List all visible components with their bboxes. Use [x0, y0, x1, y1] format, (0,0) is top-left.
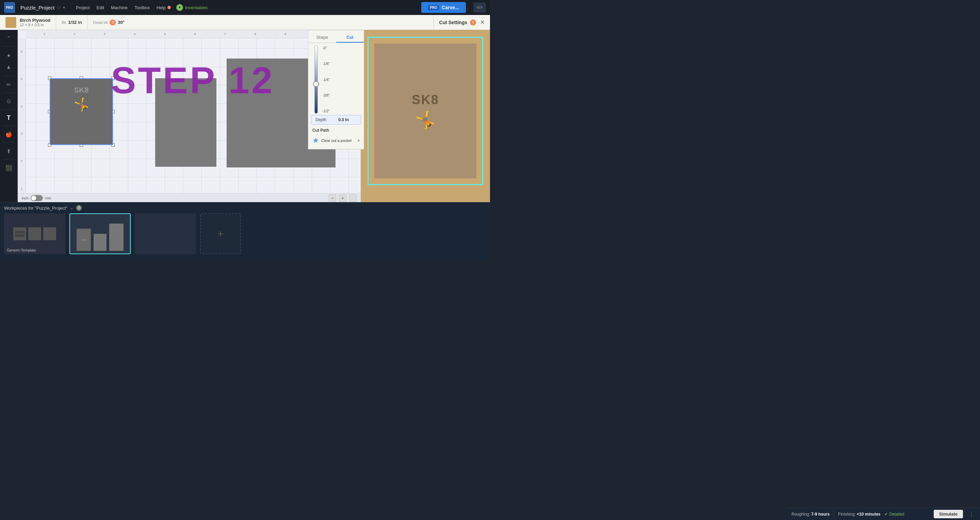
nav-project[interactable]: Project [76, 5, 89, 10]
cut-path-value: Clear out a pocket [321, 138, 352, 143]
preview-sk8-label: SK8 [412, 92, 439, 107]
material-swatch [5, 17, 16, 28]
depth-slider-track[interactable]: − [312, 46, 320, 114]
wp-thumb-1-label: Generic Template [7, 248, 36, 252]
material-section[interactable]: Birch Plywood 12 × 8 × 0.5 in [0, 15, 56, 30]
inventables-link[interactable]: ✦ Inventables [176, 4, 208, 11]
preview-content: SK8 🤸 ···· ···· ······ ···· ·· ······ ··… [361, 30, 490, 202]
import-icon[interactable]: ⬆ [3, 146, 15, 157]
depth-area: − -0" -1/8" -1/4" -3/8" -1/2" [312, 46, 360, 114]
wp-thumb-2-content: SK8 [70, 214, 130, 254]
sk8-label-canvas: SK8 [50, 79, 112, 95]
toolbar-separator-4 [3, 109, 15, 110]
toolbar-separator-6 [3, 143, 15, 143]
cut-path-row: Cut Path [308, 126, 364, 135]
help-dot-icon [167, 6, 171, 9]
zoom-controls: − + ⌂ [329, 194, 356, 202]
ruler-tick-3: 3 [89, 32, 120, 36]
cut-settings-label: Cut Settings [439, 20, 467, 25]
workpiece-2[interactable] [155, 78, 216, 167]
detail-bit-label: Detail bit [93, 21, 108, 24]
sk8-workpiece[interactable]: SK8 🤸 [50, 78, 113, 145]
workpieces-header: Workpieces for "Puzzle_Project" ⌄ ? [4, 205, 486, 211]
bit-section: Bit 1/32 in [56, 15, 88, 30]
toolbar-separator [3, 46, 15, 47]
ruler-left: 6 5 4 3 2 1 [18, 38, 26, 202]
add-workpiece-icon: + [218, 228, 224, 240]
material-name: Birch Plywood [20, 18, 50, 23]
zoom-home-button[interactable]: ⌂ [349, 194, 356, 202]
mm-label: mm [45, 196, 51, 200]
pen-tool-icon[interactable]: ✏ [3, 79, 15, 90]
depth-labels: -0" -1/8" -1/4" -3/8" -1/2" [323, 46, 330, 114]
cut-settings-info-icon[interactable]: ! [470, 19, 476, 25]
toolbar-separator-7 [3, 159, 15, 160]
main-nav: Project Edit Machine Toolbox Help [76, 5, 171, 10]
xml-button[interactable]: </> [473, 2, 486, 13]
depth-slider-thumb[interactable]: − [313, 81, 319, 87]
workpiece-thumb-1[interactable]: Generic Template [4, 213, 65, 254]
add-workpiece-button[interactable]: + [200, 213, 241, 254]
text-tool-icon[interactable]: T [3, 112, 15, 123]
cut-settings-section[interactable]: Cut Settings ! ✕ [434, 15, 490, 30]
detail-bit-info-icon[interactable]: ? [110, 19, 116, 25]
panel-tabs: Shape Cut [308, 33, 364, 43]
detail-bit-value: 30° [118, 20, 124, 25]
ruler-label-1: 1 [21, 187, 22, 190]
workpieces-thumbnails: Generic Template SK8 + [4, 213, 486, 254]
workpieces-help-icon[interactable]: ? [76, 205, 82, 211]
cut-path-value-row[interactable]: ★ Clear out a pocket ▾ [308, 135, 364, 146]
left-toolbar: ⌃ ● ▲ ✏ ⊙ T 🍎 ⬆ ⬛ [0, 30, 18, 202]
ruler-tick-2: 2 [60, 32, 90, 36]
workpieces-title: Workpieces for "Puzzle_Project" [4, 205, 67, 211]
star-icon[interactable]: ☆ [56, 5, 61, 10]
workpieces-expand-icon[interactable]: ⌄ [70, 205, 73, 210]
toolbar-separator-3 [3, 92, 15, 93]
tool-collapse-icon[interactable]: ⌃ [3, 33, 15, 44]
nav-toolbox[interactable]: Toolbox [134, 5, 150, 10]
cut-path-star-icon: ★ [312, 136, 319, 145]
circle-tool-icon[interactable]: ● [3, 50, 15, 61]
depth-label-4: -1/2" [323, 109, 330, 113]
preview-inner: SK8 🤸 [374, 44, 476, 178]
tab-shape[interactable]: Shape [308, 33, 336, 43]
cut-settings-close-icon[interactable]: ✕ [480, 19, 485, 25]
target-tool-icon[interactable]: ⊙ [3, 95, 15, 107]
apple-icon[interactable]: 🍎 [3, 129, 15, 140]
zoom-in-button[interactable]: + [339, 194, 347, 202]
wp2-sk8-block: SK8 [76, 229, 91, 251]
material-dims: 12 × 8 × 0.5 in [20, 23, 50, 27]
depth-label-0: -0" [323, 46, 330, 50]
depth-input-label: Depth [315, 118, 326, 122]
main-area: ⌃ ● ▲ ✏ ⊙ T 🍎 ⬆ ⬛ 1 2 3 4 5 6 7 [0, 30, 490, 202]
canvas-bottom-bar: inch mm − + ⌂ [18, 193, 361, 202]
zoom-out-button[interactable]: − [329, 194, 336, 202]
ruler-label-3: 3 [21, 132, 22, 135]
nav-help[interactable]: Help [156, 5, 171, 10]
nav-machine[interactable]: Machine [111, 5, 127, 10]
ruler-label-2: 2 [21, 159, 22, 163]
wp1-block-c [43, 227, 56, 240]
wp1-block-a [13, 227, 26, 240]
workpiece-thumb-2[interactable]: SK8 [69, 213, 130, 254]
pro-badge: PRO [428, 5, 439, 10]
carve-button[interactable]: PRO Carve... [421, 2, 466, 13]
toolbar-separator-5 [3, 126, 15, 126]
inventables-icon: ✦ [176, 4, 183, 11]
shapes-tool-icon[interactable]: ▲ [3, 62, 15, 73]
dropdown-arrow-icon[interactable]: ▾ [63, 5, 65, 10]
nav-edit[interactable]: Edit [97, 5, 104, 10]
ruler-label-5: 5 [21, 77, 22, 81]
cut-path-expand-icon[interactable]: ▾ [358, 138, 360, 143]
tab-cut[interactable]: Cut [336, 33, 364, 43]
depth-label-2: -1/4" [323, 78, 330, 82]
ruler-tick-7: 7 [210, 32, 240, 36]
cube-icon[interactable]: ⬛ [3, 162, 15, 173]
ruler-tick-9: 9 [270, 32, 301, 36]
ruler-tick-4: 4 [120, 32, 150, 36]
unit-toggle-switch[interactable] [30, 195, 43, 201]
depth-input-field[interactable] [328, 118, 349, 122]
depth-track: − [314, 46, 318, 114]
bit-label: Bit [62, 21, 66, 24]
workpiece-thumb-3[interactable] [135, 213, 196, 254]
